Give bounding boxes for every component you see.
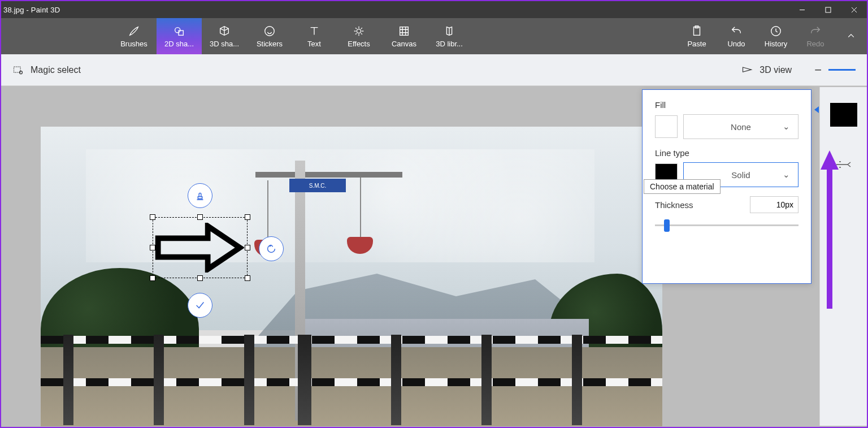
chevron-down-icon: ⌄ bbox=[783, 170, 790, 180]
sub-toolbar: Magic select 3D view − bbox=[1, 54, 867, 86]
action-redo: Redo bbox=[796, 18, 835, 54]
svg-point-1 bbox=[175, 27, 180, 32]
resize-handle[interactable] bbox=[245, 214, 250, 220]
action-history[interactable]: History bbox=[756, 18, 796, 54]
fill-dropdown[interactable]: None ⌄ bbox=[683, 114, 798, 139]
make-3d-button[interactable] bbox=[188, 183, 212, 208]
shape-properties-panel: Fill None ⌄ Line type Choose a material … bbox=[642, 89, 811, 284]
effects-icon bbox=[353, 25, 365, 37]
zoom-out-button[interactable]: − bbox=[814, 63, 822, 77]
zoom-controls: − bbox=[814, 63, 856, 77]
3d-library-icon bbox=[443, 25, 455, 37]
brush-icon bbox=[128, 25, 140, 37]
tool-3d-shapes[interactable]: 3D sha... bbox=[202, 18, 247, 54]
chevron-down-icon: ⌄ bbox=[783, 122, 790, 132]
text-icon bbox=[308, 25, 320, 37]
resize-handle[interactable] bbox=[150, 214, 155, 220]
svg-point-10 bbox=[20, 71, 23, 74]
linetype-label: Line type bbox=[655, 148, 798, 158]
svg-point-3 bbox=[265, 26, 275, 36]
tool-3d-library[interactable]: 3D libr... bbox=[427, 18, 472, 54]
maximize-button[interactable] bbox=[815, 1, 841, 18]
redo-icon bbox=[809, 25, 822, 37]
stickers-icon bbox=[263, 25, 276, 37]
thickness-input[interactable] bbox=[750, 196, 798, 213]
svg-rect-2 bbox=[179, 31, 183, 35]
shape-selection[interactable] bbox=[153, 217, 248, 278]
sign-label: S.M.C. bbox=[289, 179, 346, 192]
eyedropper-button[interactable] bbox=[832, 157, 855, 172]
resize-handle[interactable] bbox=[245, 245, 250, 250]
tool-stickers[interactable]: Stickers bbox=[247, 18, 292, 54]
stamp-icon bbox=[194, 189, 206, 202]
commit-button[interactable] bbox=[188, 293, 212, 318]
title-filename: 38.jpg bbox=[3, 6, 24, 14]
svg-rect-0 bbox=[826, 7, 831, 12]
svg-rect-5 bbox=[400, 27, 409, 35]
tool-text[interactable]: Text bbox=[292, 18, 336, 54]
tooltip: Choose a material bbox=[644, 179, 721, 194]
check-icon bbox=[194, 299, 206, 312]
ribbon: Brushes 2D sha... 3D sha... Stickers Tex… bbox=[1, 18, 867, 54]
minimize-button[interactable] bbox=[789, 1, 815, 18]
action-paste[interactable]: Paste bbox=[677, 18, 717, 54]
resize-handle[interactable] bbox=[245, 275, 250, 281]
workspace: S.M.C. bbox=[1, 87, 867, 426]
undo-icon bbox=[730, 25, 743, 37]
resize-handle[interactable] bbox=[197, 275, 203, 281]
3d-view-button[interactable]: 3D view bbox=[741, 65, 792, 75]
magic-select-icon bbox=[12, 64, 24, 76]
canvas-image: S.M.C. bbox=[41, 127, 662, 426]
rotate-button[interactable] bbox=[259, 236, 284, 261]
sidebar-expand-icon[interactable] bbox=[814, 106, 819, 113]
current-color-swatch[interactable] bbox=[830, 103, 857, 127]
history-icon bbox=[770, 25, 782, 37]
tool-effects[interactable]: Effects bbox=[336, 18, 381, 54]
canvas-icon bbox=[398, 25, 410, 37]
tool-brushes[interactable]: Brushes bbox=[111, 18, 157, 54]
paste-icon bbox=[691, 25, 703, 37]
close-button[interactable] bbox=[841, 1, 867, 18]
canvas[interactable]: S.M.C. bbox=[41, 127, 662, 426]
title-app: Paint 3D bbox=[31, 6, 60, 14]
rotate-icon bbox=[265, 243, 277, 255]
expand-ribbon-button[interactable] bbox=[835, 18, 867, 54]
3d-shapes-icon bbox=[218, 25, 231, 37]
tool-2d-shapes[interactable]: 2D sha... bbox=[157, 18, 202, 54]
zoom-slider[interactable] bbox=[828, 69, 856, 71]
thickness-slider[interactable] bbox=[655, 220, 798, 231]
title-bar: 38.jpg - Paint 3D bbox=[1, 1, 867, 18]
3d-view-icon bbox=[741, 65, 753, 75]
magic-select-button[interactable]: Magic select bbox=[12, 64, 81, 76]
svg-point-4 bbox=[357, 29, 361, 33]
resize-handle[interactable] bbox=[150, 245, 155, 250]
resize-handle[interactable] bbox=[150, 275, 155, 281]
2d-shapes-icon bbox=[173, 25, 185, 37]
color-sidebar bbox=[819, 87, 867, 426]
fill-label: Fill bbox=[655, 100, 798, 110]
fill-color-swatch[interactable] bbox=[655, 115, 678, 138]
action-undo[interactable]: Undo bbox=[717, 18, 756, 54]
thickness-label: Thickness bbox=[655, 200, 693, 210]
resize-handle[interactable] bbox=[197, 214, 203, 220]
tool-canvas[interactable]: Canvas bbox=[381, 18, 427, 54]
